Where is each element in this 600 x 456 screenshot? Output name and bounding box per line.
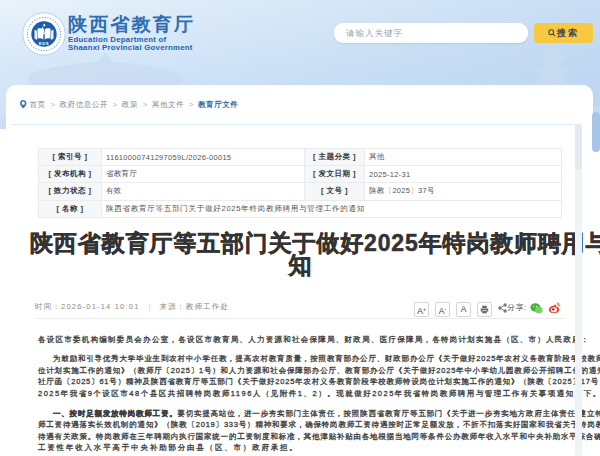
svg-text:EDS: EDS — [39, 41, 49, 46]
